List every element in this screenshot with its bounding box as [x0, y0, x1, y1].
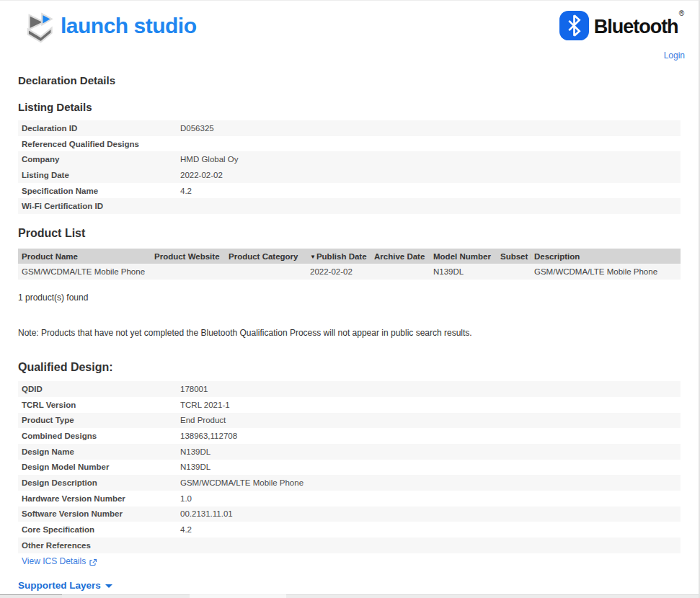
launch-studio-mark-icon: [22, 9, 55, 47]
table-row: Product Type End Product: [18, 413, 681, 429]
row-label: TCRL Version: [18, 401, 180, 409]
table-row: Design Model Number N139DL: [18, 460, 681, 476]
table-row: Software Version Number 00.2131.11.01: [18, 506, 681, 522]
listing-details-heading: Listing Details: [18, 101, 699, 113]
partial-table-top-edge: [0, 594, 699, 598]
table-row: Hardware Version Number 1.0: [18, 491, 681, 506]
partial-table-cell: [0, 594, 62, 598]
row-value: GSM/WCDMA/LTE Mobile Phone: [180, 478, 681, 487]
row-value: N139DL: [180, 447, 681, 456]
table-row: Referenced Qualified Designs: [18, 136, 681, 152]
row-label: Design Description: [18, 478, 180, 487]
external-link-icon: [89, 557, 97, 566]
product-list-heading: Product List: [18, 227, 699, 240]
column-header-product-category[interactable]: Product Category: [225, 252, 306, 261]
ics-details-row: View ICS Details: [18, 553, 681, 569]
row-value: 2022-02-02: [180, 171, 681, 179]
row-label: Wi-Fi Certification ID: [18, 202, 180, 210]
launch-studio-wordmark: launch studio: [61, 15, 197, 41]
table-row: Combined Designs 138963,112708: [18, 428, 681, 444]
row-label: Combined Designs: [18, 432, 180, 440]
launch-studio-logo[interactable]: launch studio: [22, 9, 197, 47]
page-title: Declaration Details: [18, 74, 699, 86]
row-value: 178001: [180, 385, 681, 393]
product-table-row: GSM/WCDMA/LTE Mobile Phone 2022-02-02 N1…: [18, 264, 681, 280]
cell-model-number: N139DL: [430, 267, 497, 276]
row-label: Core Specification: [18, 525, 180, 534]
declaration-details-page: launch studio Bluetooth® Login Declarati…: [0, 1, 699, 598]
bluetooth-wordmark: Bluetooth®: [594, 17, 683, 37]
row-value: 4.2: [180, 525, 681, 534]
partial-table-cell: [286, 594, 699, 598]
bluetooth-icon: [559, 11, 589, 43]
row-label: Product Type: [18, 416, 180, 424]
row-label: QDID: [18, 385, 180, 393]
supported-layers-label: Supported Layers: [18, 580, 101, 591]
table-row: Design Description GSM/WCDMA/LTE Mobile …: [18, 475, 681, 491]
listing-details-table: Declaration ID D056325 Referenced Qualif…: [18, 120, 681, 214]
row-value: HMD Global Oy: [180, 155, 681, 164]
table-row: Other References: [18, 537, 681, 553]
partial-table-cell: [190, 594, 286, 598]
table-row: Specification Name 4.2: [18, 183, 681, 199]
view-ics-details-link[interactable]: View ICS Details: [22, 556, 86, 566]
row-label: Referenced Qualified Designs: [18, 140, 180, 148]
row-value: D056325: [180, 124, 681, 133]
row-label: Other References: [18, 541, 180, 550]
row-value: TCRL 2021-1: [180, 401, 681, 409]
supported-layers-toggle[interactable]: Supported Layers: [18, 580, 112, 591]
column-header-model-number[interactable]: Model Number: [430, 252, 497, 261]
cell-publish-date: 2022-02-02: [306, 267, 371, 276]
row-value: 00.2131.11.01: [180, 509, 681, 518]
registered-mark: ®: [679, 9, 683, 17]
table-row: Wi-Fi Certification ID: [18, 198, 681, 214]
row-label: Listing Date: [18, 171, 180, 179]
page-header: launch studio Bluetooth®: [0, 1, 699, 43]
table-row: Company HMD Global Oy: [18, 151, 681, 167]
table-row: Listing Date 2022-02-02: [18, 167, 681, 183]
qualification-note: Note: Products that have not yet complet…: [18, 328, 699, 338]
row-label: Design Name: [18, 447, 180, 456]
row-label: Design Model Number: [18, 463, 180, 471]
row-label: Company: [18, 155, 180, 164]
login-link[interactable]: Login: [664, 50, 685, 61]
row-label: Software Version Number: [18, 509, 180, 518]
table-row: Declaration ID D056325: [18, 120, 681, 136]
products-found-count: 1 product(s) found: [18, 293, 699, 303]
product-list-table: Product Name Product Website Product Cat…: [18, 249, 681, 280]
row-label: Declaration ID: [18, 124, 180, 133]
column-header-product-website[interactable]: Product Website: [151, 252, 225, 261]
column-header-publish-date[interactable]: ▼Publish Date: [306, 252, 371, 261]
cell-product-name: GSM/WCDMA/LTE Mobile Phone: [18, 267, 151, 276]
table-row: QDID 178001: [18, 381, 681, 397]
row-value: N139DL: [180, 463, 681, 471]
sort-descending-icon: ▼: [310, 254, 316, 260]
row-label: Hardware Version Number: [18, 494, 180, 503]
qualified-design-table: QDID 178001 TCRL Version TCRL 2021-1 Pro…: [18, 381, 681, 569]
table-row: Core Specification 4.2: [18, 522, 681, 537]
caret-down-icon: [105, 584, 112, 588]
column-header-description[interactable]: Description: [531, 252, 681, 261]
partial-table-cell: [62, 594, 190, 598]
login-row: Login: [0, 48, 699, 60]
row-value: 1.0: [180, 494, 681, 503]
row-value: 4.2: [180, 187, 681, 195]
cell-description: GSM/WCDMA/LTE Mobile Phone: [531, 267, 681, 276]
qualified-design-heading: Qualified Design:: [18, 361, 699, 374]
bluetooth-logo[interactable]: Bluetooth®: [559, 11, 683, 43]
column-header-archive-date[interactable]: Archive Date: [371, 252, 430, 261]
column-header-subset-id[interactable]: Subset ID: [497, 252, 531, 261]
product-table-header-row: Product Name Product Website Product Cat…: [18, 249, 681, 264]
row-value: End Product: [180, 416, 681, 424]
row-value: 138963,112708: [180, 432, 681, 440]
table-row: Design Name N139DL: [18, 444, 681, 460]
column-header-product-name[interactable]: Product Name: [18, 252, 151, 261]
row-label: Specification Name: [18, 187, 180, 195]
table-row: TCRL Version TCRL 2021-1: [18, 397, 681, 413]
